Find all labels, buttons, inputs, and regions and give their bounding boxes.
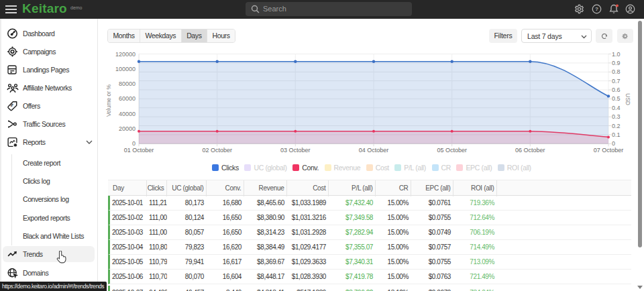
svg-text:0.2: 0.2 <box>612 123 621 129</box>
svg-text:40000: 40000 <box>119 111 136 117</box>
svg-text:0: 0 <box>132 140 136 147</box>
svg-text:07 October: 07 October <box>594 147 624 154</box>
svg-text:0.7: 0.7 <box>612 78 621 84</box>
svg-text:0.9: 0.9 <box>612 60 621 66</box>
svg-text:05 October: 05 October <box>437 147 467 154</box>
svg-text:1.0: 1.0 <box>612 51 621 58</box>
svg-text:01 October: 01 October <box>124 147 154 154</box>
svg-text:20000: 20000 <box>119 125 136 132</box>
svg-text:04 October: 04 October <box>359 147 389 154</box>
svg-text:02 October: 02 October <box>202 147 232 154</box>
svg-text:USD: USD <box>625 93 631 105</box>
svg-text:0.3: 0.3 <box>612 113 621 120</box>
svg-text:$: $ <box>9 102 14 107</box>
svg-text:80000: 80000 <box>119 80 136 87</box>
svg-text:60000: 60000 <box>119 95 136 102</box>
svg-text:0.6: 0.6 <box>612 86 621 93</box>
svg-text:06 October: 06 October <box>515 147 545 154</box>
svg-text:0.8: 0.8 <box>612 68 621 75</box>
svg-text:100000: 100000 <box>115 66 136 72</box>
svg-text:03 October: 03 October <box>280 147 311 154</box>
svg-text:120000: 120000 <box>115 51 136 58</box>
svg-text:0: 0 <box>612 140 615 147</box>
svg-text:0.5: 0.5 <box>612 95 621 102</box>
svg-text:0.4: 0.4 <box>612 105 621 111</box>
svg-text:0.1: 0.1 <box>612 131 621 138</box>
svg-text:Volume or %: Volume or % <box>105 84 112 117</box>
svg-text:?: ? <box>595 6 598 12</box>
